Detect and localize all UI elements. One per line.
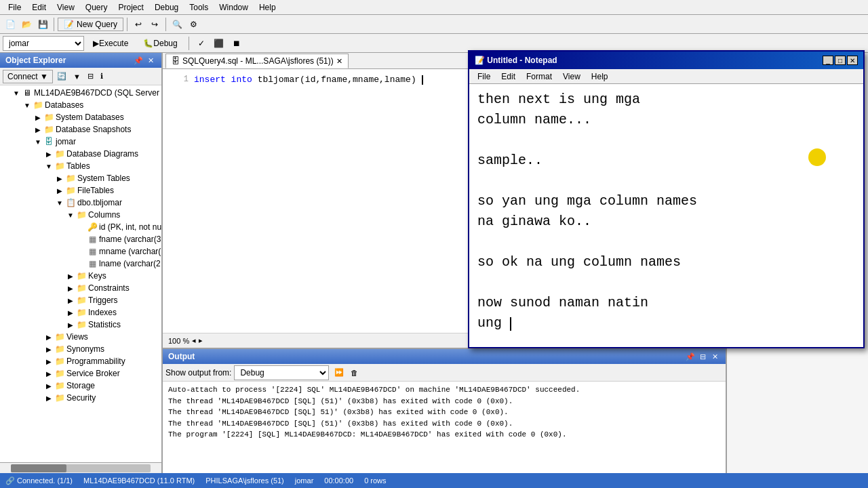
explorer-scroll[interactable] bbox=[0, 462, 161, 473]
toolbar-icon-save[interactable]: 💾 bbox=[35, 17, 50, 32]
notepad-close-button[interactable]: ✕ bbox=[847, 56, 858, 65]
toolbar-icon-settings[interactable]: ⚙ bbox=[186, 17, 201, 32]
notepad-menu-help[interactable]: Help bbox=[586, 70, 614, 83]
notepad-menu-format[interactable]: Format bbox=[521, 70, 557, 83]
tree-security[interactable]: ▶ 📁 Security bbox=[0, 392, 161, 404]
menu-tools[interactable]: Tools bbox=[184, 1, 214, 14]
tree-storage[interactable]: ▶ 📁 Storage bbox=[0, 380, 161, 392]
menu-edit[interactable]: Edit bbox=[26, 1, 52, 14]
notepad-menu-edit[interactable]: Edit bbox=[496, 70, 521, 83]
tree-tbljomar[interactable]: ▼ 📋 dbo.tbljomar bbox=[0, 197, 161, 209]
tree-columns-folder[interactable]: ▼ 📁 Columns bbox=[0, 209, 161, 221]
tree-filetables[interactable]: ▶ 📁 FileTables bbox=[0, 184, 161, 197]
query-tab-active[interactable]: 🗄 SQLQuery4.sql - ML...SAGA\jsflores (51… bbox=[165, 54, 349, 68]
database-selector[interactable]: jomar bbox=[3, 36, 84, 51]
panel-pin-button[interactable]: 📌 bbox=[133, 55, 144, 66]
tree-programmability[interactable]: ▶ 📁 Programmability bbox=[0, 355, 161, 367]
menu-debug[interactable]: Debug bbox=[149, 1, 184, 14]
tree-views[interactable]: ▶ 📁 Views bbox=[0, 331, 161, 343]
tree-system-databases[interactable]: ▶ 📁 System Databases bbox=[0, 111, 161, 123]
zoom-down-icon[interactable]: ◂ bbox=[192, 336, 196, 345]
menu-file[interactable]: File bbox=[3, 1, 26, 14]
toggle-keys[interactable]: ▶ bbox=[65, 270, 76, 281]
toggle-indexes[interactable]: ▶ bbox=[65, 307, 76, 318]
toggle-statistics[interactable]: ▶ bbox=[65, 319, 76, 330]
execute-button[interactable]: ▶ Execute bbox=[87, 36, 134, 51]
notepad-menu-file[interactable]: File bbox=[472, 70, 496, 83]
toggle-tbljomar[interactable]: ▼ bbox=[54, 197, 65, 208]
tree-constraints[interactable]: ▶ 📁 Constraints bbox=[0, 282, 161, 294]
menu-view[interactable]: View bbox=[52, 1, 80, 14]
toggle-security[interactable]: ▶ bbox=[43, 392, 54, 403]
output-scroll-end-button[interactable]: ⏩ bbox=[332, 366, 347, 380]
toggle-views[interactable]: ▶ bbox=[43, 331, 54, 342]
output-close-button[interactable]: ✕ bbox=[709, 351, 720, 362]
oe-filter-button[interactable]: ▼ bbox=[71, 70, 83, 83]
tree-col-id[interactable]: ▶ 🔑 id (PK, int, not nu bbox=[0, 221, 161, 233]
toggle-storage[interactable]: ▶ bbox=[43, 380, 54, 391]
tree-col-lname[interactable]: ▶ ▦ lname (varchar(2 bbox=[0, 258, 161, 270]
connect-button[interactable]: Connect ▼ bbox=[3, 70, 53, 83]
menu-project[interactable]: Project bbox=[113, 1, 149, 14]
new-query-button[interactable]: 📝 New Query bbox=[58, 18, 123, 31]
tree-diagrams[interactable]: ▶ 📁 Database Diagrams bbox=[0, 148, 161, 160]
toggle-columns[interactable]: ▼ bbox=[65, 209, 76, 220]
menu-help[interactable]: Help bbox=[254, 1, 281, 14]
notepad-text-area[interactable]: then next is ung mga column name... samp… bbox=[469, 84, 863, 347]
tree-tables[interactable]: ▼ 📁 Tables bbox=[0, 160, 161, 172]
toggle-synonyms[interactable]: ▶ bbox=[43, 344, 54, 354]
tree-jomar-db[interactable]: ▼ 🗄 jomar bbox=[0, 136, 161, 148]
notepad-menu-view[interactable]: View bbox=[557, 70, 586, 83]
tree-synonyms[interactable]: ▶ 📁 Synonyms bbox=[0, 343, 161, 355]
tree-server[interactable]: ▼ 🖥 ML14DAE9B467DCD (SQL Server 11.0.2..… bbox=[0, 87, 161, 99]
toolbar-icon-undo[interactable]: ↩ bbox=[131, 17, 146, 32]
tree-triggers[interactable]: ▶ 📁 Triggers bbox=[0, 294, 161, 306]
toolbar-icon-new[interactable]: 📄 bbox=[3, 17, 18, 32]
toggle-server[interactable]: ▼ bbox=[11, 87, 22, 98]
zoom-up-icon[interactable]: ▸ bbox=[199, 336, 203, 345]
toolbar-icon-search[interactable]: 🔍 bbox=[170, 17, 184, 32]
notepad-minimize-button[interactable]: _ bbox=[823, 56, 833, 65]
tree-service-broker[interactable]: ▶ 📁 Service Broker bbox=[0, 367, 161, 380]
tree-col-fname[interactable]: ▶ ▦ fname (varchar(3 bbox=[0, 233, 161, 245]
toggle-tables[interactable]: ▼ bbox=[43, 161, 54, 171]
tree-col-mname[interactable]: ▶ ▦ mname (varchar( bbox=[0, 245, 161, 258]
oe-refresh-button[interactable]: 🔄 bbox=[54, 70, 69, 83]
tree-keys[interactable]: ▶ 📁 Keys bbox=[0, 270, 161, 282]
oe-properties-button[interactable]: ℹ bbox=[98, 70, 106, 83]
toggle-diagrams[interactable]: ▶ bbox=[43, 148, 54, 159]
notepad-line-1: then next is ung mga bbox=[477, 89, 855, 110]
output-clear-button[interactable]: 🗑 bbox=[348, 366, 361, 380]
oe-collapse-button[interactable]: ⊟ bbox=[85, 70, 96, 83]
tree-system-tables[interactable]: ▶ 📁 System Tables bbox=[0, 172, 161, 184]
notepad-maximize-button[interactable]: □ bbox=[835, 56, 846, 65]
output-source-selector[interactable]: Debug bbox=[234, 365, 329, 380]
menu-query[interactable]: Query bbox=[80, 1, 113, 14]
toggle-service-broker[interactable]: ▶ bbox=[43, 368, 54, 379]
toolbar-icon-query[interactable]: ⬛ bbox=[212, 36, 226, 51]
toggle-triggers[interactable]: ▶ bbox=[65, 295, 76, 306]
tree-statistics[interactable]: ▶ 📁 Statistics bbox=[0, 319, 161, 331]
zoom-control[interactable]: 100 % ◂ ▸ bbox=[168, 336, 203, 345]
toolbar-icon-stop[interactable]: ⏹ bbox=[229, 36, 244, 51]
menu-window[interactable]: Window bbox=[214, 1, 254, 14]
toggle-system-tables[interactable]: ▶ bbox=[54, 173, 65, 184]
toggle-system-db[interactable]: ▶ bbox=[33, 112, 43, 123]
tree-indexes[interactable]: ▶ 📁 Indexes bbox=[0, 306, 161, 319]
toggle-snapshots[interactable]: ▶ bbox=[33, 124, 43, 135]
toggle-filetables[interactable]: ▶ bbox=[54, 185, 65, 196]
debug-button[interactable]: 🐛 Debug bbox=[137, 36, 183, 51]
tree-databases[interactable]: ▼ 📁 Databases bbox=[0, 99, 161, 111]
panel-close-button[interactable]: ✕ bbox=[145, 55, 156, 66]
toolbar-icon-parse[interactable]: ✓ bbox=[194, 36, 209, 51]
output-pin-button[interactable]: 📌 bbox=[685, 351, 696, 362]
tree-snapshots[interactable]: ▶ 📁 Database Snapshots bbox=[0, 123, 161, 136]
toggle-jomar[interactable]: ▼ bbox=[33, 136, 43, 147]
toggle-programmability[interactable]: ▶ bbox=[43, 356, 54, 367]
output-auto-hide-button[interactable]: ⊟ bbox=[697, 351, 708, 362]
toolbar-icon-open[interactable]: 📂 bbox=[19, 17, 34, 32]
toggle-constraints[interactable]: ▶ bbox=[65, 283, 76, 293]
toolbar-icon-redo[interactable]: ↪ bbox=[147, 17, 162, 32]
toggle-databases[interactable]: ▼ bbox=[22, 100, 33, 110]
tab-close-button[interactable]: ✕ bbox=[336, 57, 342, 66]
